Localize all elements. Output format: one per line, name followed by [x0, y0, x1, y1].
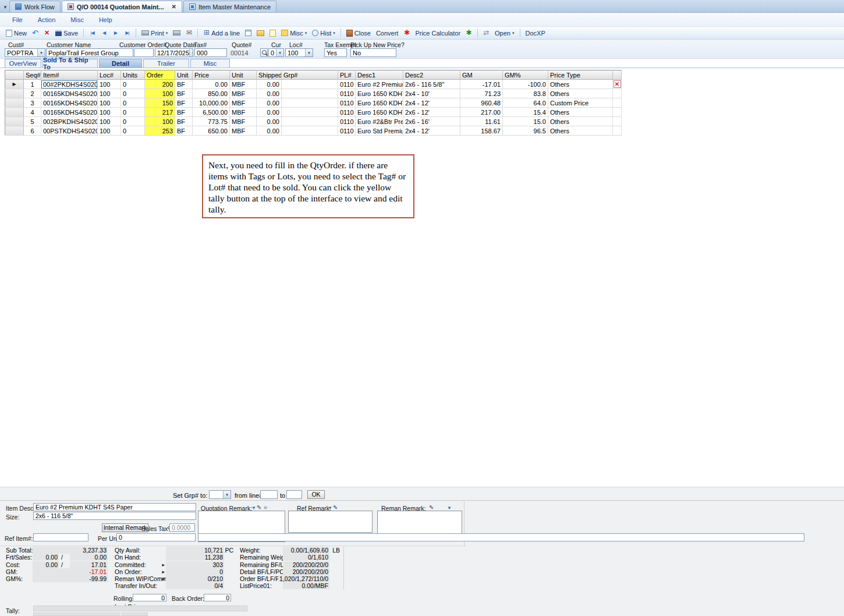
cust-combo[interactable]: POPTRA ▾ [5, 48, 45, 57]
grid-cell-grp[interactable] [282, 98, 338, 108]
per-unit-field[interactable]: 0 [116, 533, 196, 541]
pickup-new-price-field[interactable]: No [350, 48, 396, 57]
grid-cell-desc1[interactable]: Euro #2 Premium... [356, 80, 403, 89]
edit-remark-icon[interactable]: ✎ [429, 504, 434, 511]
grid-cell-pl[interactable]: 0110 [338, 89, 356, 98]
grid-cell-gm[interactable]: 11.61 [460, 117, 503, 126]
grid-cell-punit[interactable]: MBF [230, 108, 257, 117]
grid-cell-order[interactable]: 150 [145, 98, 175, 108]
window-tab[interactable]: Work Flow [9, 1, 61, 12]
grid-cell-shipped[interactable]: 0.00 [257, 108, 282, 117]
grid-cell-shipped[interactable]: 0.00 [257, 89, 282, 98]
misc-button[interactable]: Misc▾ [279, 29, 309, 37]
grid-cell-desc1[interactable]: Euro 1650 KDHT... [356, 108, 403, 117]
grid-cell-price[interactable]: 773.75 [193, 117, 230, 126]
calendar-dropdown-icon[interactable]: ▾ [189, 49, 193, 56]
grid-cell-loc[interactable]: 100 [98, 117, 121, 126]
grid-cell-sel[interactable]: ▶ [5, 80, 24, 89]
grid-cell-gmp[interactable]: 15.4 [503, 108, 548, 117]
edit-remark-icon[interactable]: ✎ [257, 504, 261, 511]
grid-cell-desc2[interactable]: 2x4 - 12' [403, 98, 460, 108]
grid-cell-order[interactable]: 100 [145, 89, 175, 98]
grid-cell-unit[interactable]: BF [175, 126, 193, 136]
print-button[interactable]: Print▾ [139, 29, 170, 37]
grid-header-del[interactable] [613, 70, 622, 80]
customer-name-field[interactable]: PoplarTrail Forest Group [46, 48, 133, 57]
expand-remark-icon[interactable]: » [264, 504, 267, 511]
grid-cell-desc2[interactable]: 2x6 - 12' [403, 108, 460, 117]
grid-cell-del[interactable] [613, 89, 622, 98]
grid-cell-pl[interactable]: 0110 [338, 98, 356, 108]
grid-header-units[interactable]: Units [121, 70, 145, 80]
grid-cell-gm[interactable]: 217.00 [460, 108, 503, 117]
table-row[interactable]: 5002BPKDHS4S0206161000100BF773.75MBF0.00… [5, 117, 622, 126]
quick-print-button[interactable] [171, 30, 183, 36]
menu-item-action[interactable]: Action [30, 15, 63, 25]
add-line-button[interactable]: ⊞Add a line [201, 29, 242, 37]
grid-cell-grp[interactable] [282, 80, 338, 89]
grid-cell-gm[interactable]: 71.23 [460, 89, 503, 98]
grid-cell-item[interactable]: 00165KDHS4S020612 [41, 108, 98, 117]
grid-cell-shipped[interactable]: 0.00 [257, 80, 282, 89]
table-row[interactable]: 200165KDHS4S0204101000100BF850.00MBF0.00… [5, 89, 622, 98]
grid-header-sel[interactable] [5, 70, 24, 80]
detail-grid[interactable]: Seq#Item#Loc#UnitsOrderUnitPriceUnitShip… [5, 70, 622, 136]
grid-cell-gmp[interactable]: 83.8 [503, 89, 548, 98]
ref-item-field[interactable] [33, 533, 88, 541]
grid-cell-gmp[interactable]: 64.0 [503, 98, 548, 108]
grid-header-unit[interactable]: Unit [175, 70, 193, 80]
set-grp-combo[interactable]: ▾ [209, 490, 231, 499]
combo-arrow-icon[interactable]: ▾ [305, 49, 313, 56]
table-row[interactable]: 600PSTKDHS4S0204121000253BF650.00MBF0.00… [5, 126, 622, 136]
grid-cell-ptype[interactable]: Others [548, 89, 613, 98]
grid-cell-order[interactable]: 200 [145, 80, 175, 89]
grid-cell-order[interactable]: 253 [145, 126, 175, 136]
swap-button[interactable]: ⇄ [481, 29, 492, 37]
expander-icon[interactable]: ▸ [162, 568, 165, 575]
grid-cell-item[interactable]: 00165KDHS4S020410 [41, 89, 98, 98]
grid-cell-desc2[interactable]: 2x4 - 10' [403, 89, 460, 98]
grid-cell-shipped[interactable]: 0.00 [257, 126, 282, 136]
grid-cell-pl[interactable]: 0110 [338, 117, 356, 126]
grid-header-seq[interactable]: Seq# [24, 70, 41, 80]
combo-arrow-icon[interactable]: ▾ [276, 49, 283, 56]
to-line-input[interactable] [286, 490, 302, 499]
grid-cell-seq[interactable]: 5 [24, 117, 41, 126]
delete-button[interactable]: ✕ [41, 29, 52, 37]
grid-cell-price[interactable]: 650.00 [193, 126, 230, 136]
grid-cell-item[interactable]: 00PSTKDHS4S020412 [41, 126, 98, 136]
grid-cell-punit[interactable]: MBF [230, 117, 257, 126]
item-desc-field[interactable]: Euro #2 Premium KDHT S4S Paper [33, 503, 196, 511]
table-row[interactable]: 300165KDHS4S0204121000150BF10,000.00MBF0… [5, 98, 622, 108]
grid-cell-order[interactable]: 217 [145, 108, 175, 117]
tax-exempt-field[interactable]: Yes [324, 48, 347, 57]
grid-cell-grp[interactable] [282, 89, 338, 98]
grid-header-desc2[interactable]: Desc2 [403, 70, 460, 80]
expander-icon[interactable]: ▸ [162, 575, 165, 582]
grid-cell-loc[interactable]: 100 [98, 98, 121, 108]
grid-cell-grp[interactable] [282, 126, 338, 136]
grid-cell-desc1[interactable]: Euro 1650 KDHT... [356, 98, 403, 108]
window-tab[interactable]: Item Master Maintenance [183, 1, 276, 12]
grid-cell-units[interactable]: 0 [121, 126, 145, 136]
table-row[interactable]: ▶100#2PKDHS4S0206▾1000200BF0.00MBF0.0001… [5, 80, 622, 89]
grid-cell-del[interactable] [613, 126, 622, 136]
loc-combo[interactable]: 100 ▾ [285, 48, 313, 57]
undo-button[interactable]: ↶ [30, 29, 41, 37]
menu-item-misc[interactable]: Misc [63, 15, 91, 25]
grid-cell-unit[interactable]: BF [175, 80, 193, 89]
remark-line-field[interactable] [198, 533, 804, 541]
grid-cell-grp[interactable] [282, 117, 338, 126]
grid-cell-units[interactable]: 0 [121, 108, 145, 117]
dropdown-arrow-icon[interactable]: ▾ [333, 31, 335, 36]
tab-list-dropdown-icon[interactable]: ▾ [1, 2, 9, 12]
grid-header-loc[interactable]: Loc# [98, 70, 121, 80]
grid-cell-desc2[interactable]: 2x6 - 16' [403, 117, 460, 126]
grid-header-order[interactable]: Order [145, 70, 175, 80]
grid-cell-units[interactable]: 0 [121, 98, 145, 108]
grid-cell-desc2[interactable]: 2x4 - 12' [403, 126, 460, 136]
new-button[interactable]: New [3, 29, 29, 37]
hist-button[interactable]: Hist▾ [310, 29, 337, 37]
grid-cell-pl[interactable]: 0110 [338, 108, 356, 117]
grid-cell-item[interactable]: 00#2PKDHS4S0206▾ [41, 80, 98, 89]
